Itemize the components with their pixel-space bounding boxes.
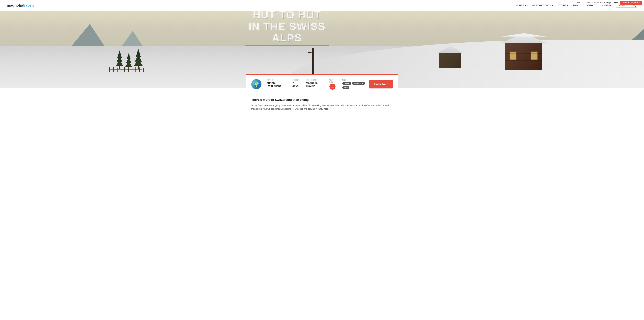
- fence: [110, 67, 144, 72]
- small-cabin-roof: [437, 46, 464, 53]
- tree-cluster: [116, 49, 142, 69]
- hero-title-container: HUT TO HUT IN THE SWISS ALPS: [245, 7, 329, 46]
- tree-1: [116, 50, 123, 69]
- tags-label: tags: [342, 79, 366, 81]
- cabin-snow-cap: [502, 33, 546, 36]
- tree-3: [134, 49, 142, 69]
- fence-rail: [110, 69, 142, 70]
- duration-label: duration: [292, 79, 299, 81]
- tag-badges-container: health mountains sale: [342, 82, 366, 89]
- start-city-label: start city: [266, 79, 286, 81]
- hero-title: HUT TO HUT IN THE SWISS ALPS: [248, 9, 326, 44]
- tour-type-label: tour type: [330, 79, 336, 83]
- globe-icon: 🌍: [251, 79, 262, 89]
- globe-emoji: 🌍: [254, 82, 260, 87]
- globe-icon-area: 🌍: [251, 79, 262, 89]
- start-city-group: start city Zurich, Switzerland: [266, 79, 286, 88]
- tag-health[interactable]: health: [342, 82, 351, 85]
- tour-operator-group: tour operator Magnolia Travels: [306, 79, 323, 88]
- description-body: Some Swiss people are going to be pretty…: [251, 104, 393, 111]
- tour-info-wrapper: 🌍 start city Zurich, Switzerland duratio…: [244, 74, 400, 115]
- tag-mountains[interactable]: mountains: [352, 82, 365, 85]
- tour-details: start city Zurich, Switzerland duration …: [266, 79, 366, 90]
- admin-bar: LOG OUT | SUPERUSER ENGLISH | GERMAN ABO…: [0, 0, 644, 6]
- description-heading: There's more to Switzerland than skiing: [251, 98, 393, 102]
- description-section: There's more to Switzerland than skiing …: [246, 94, 398, 115]
- lang-english[interactable]: ENGLISH: [600, 2, 609, 4]
- about-demo-button[interactable]: ABOUT THIS DEMO: [620, 1, 642, 5]
- language-switcher[interactable]: ENGLISH | GERMAN: [600, 2, 618, 4]
- tour-operator-label: tour operator: [306, 79, 323, 81]
- tour-operator-value: Magnolia Travels: [306, 82, 323, 88]
- tag-sale[interactable]: sale: [342, 86, 349, 89]
- duration-group: duration 7 days: [292, 79, 299, 88]
- start-city-value: Zurich, Switzerland: [266, 82, 286, 88]
- duration-value: 7 days: [292, 82, 299, 88]
- snow-pole-crossbar: [308, 52, 312, 53]
- tree-2: [125, 53, 132, 69]
- small-cabin-body: [439, 52, 461, 68]
- hero-title-line2: IN THE SWISS: [248, 21, 326, 32]
- small-cabin: [437, 46, 464, 68]
- tour-type-group: tour type 🚲: [330, 79, 336, 90]
- tour-type-bike-badge: 🚲: [330, 84, 336, 90]
- tags-group: tags health mountains sale: [342, 79, 366, 89]
- cabin-logs: [505, 43, 542, 70]
- lang-german[interactable]: GERMAN: [610, 2, 618, 4]
- main-cabin: [500, 33, 548, 70]
- tour-info-bar: 🌍 start city Zurich, Switzerland duratio…: [246, 74, 398, 94]
- book-tour-button[interactable]: Book Tour: [369, 80, 393, 88]
- logout-text[interactable]: LOG OUT | SUPERUSER: [577, 2, 599, 4]
- hero-title-line3: ALPS: [248, 32, 326, 44]
- tour-type-icon: 🚲: [331, 85, 334, 88]
